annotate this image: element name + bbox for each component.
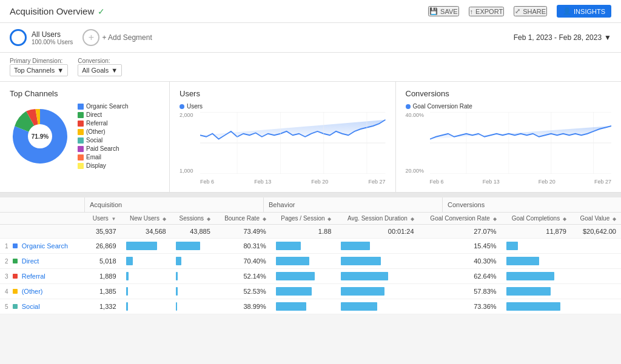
other-new-users: [121, 284, 171, 299]
table-header-row: Users ▼ New Users ◆ Sessions ◆ Bounce Ra…: [0, 213, 621, 225]
primary-dimension-select[interactable]: Top Channels ▼: [10, 64, 68, 76]
channel-col-header[interactable]: [0, 213, 85, 225]
legend-other: (Other): [78, 128, 128, 135]
referral-link[interactable]: Referral: [22, 273, 45, 280]
total-row: 35,937 34,568 43,885 73.49% 1.88 00:01:2…: [0, 225, 621, 239]
other-color: [13, 289, 18, 294]
insights-button[interactable]: 👤 INSIGHTS: [557, 5, 611, 18]
save-icon: 💾: [429, 7, 438, 15]
users-col-header[interactable]: Users ▼: [85, 213, 121, 225]
total-bounce-rate: 73.49%: [215, 225, 271, 239]
export-button[interactable]: ↑ EXPORT: [469, 7, 505, 16]
chevron-down-icon: ▼: [604, 33, 611, 42]
legend-color-display: [78, 163, 84, 169]
legend-color-direct: [78, 112, 84, 118]
save-button[interactable]: 💾 SAVE: [428, 6, 459, 16]
conversion-select[interactable]: All Goals ▼: [78, 64, 122, 76]
share-button[interactable]: ⤢ SHARE: [514, 6, 547, 16]
other-link[interactable]: (Other): [22, 288, 43, 295]
goal-value-col-header[interactable]: Goal Value ◆: [571, 213, 621, 225]
direct-channel: 2 Direct: [0, 254, 85, 269]
users-y-axis: 2,000 1,000: [180, 112, 198, 174]
legend-display: Display: [78, 162, 128, 169]
goal-completions-col-header[interactable]: Goal Completions ◆: [502, 213, 571, 225]
organic-pages-session: [271, 239, 337, 254]
header: Acquisition Overview ✓ 💾 SAVE ↑ EXPORT ⤢…: [0, 0, 621, 23]
direct-sessions-bar: [176, 257, 181, 265]
segment-info: All Users 100.00% Users: [32, 30, 73, 45]
share-icon: ⤢: [515, 7, 520, 15]
total-goal-completions: 11,879: [502, 225, 571, 239]
conversions-legend: Goal Conversion Rate: [406, 103, 612, 110]
social-pages-session: [271, 299, 337, 314]
top-channels-title: Top Channels: [10, 89, 159, 98]
users-legend: Users: [180, 103, 386, 110]
direct-color: [13, 259, 18, 263]
add-segment-circle: +: [82, 29, 99, 46]
users-chart-title: Users: [180, 89, 386, 98]
other-channel: 4 (Other): [0, 284, 85, 299]
pie-container: 71.9% Organic Search Direct Referral (O: [10, 103, 159, 169]
social-channel: 5 Social: [0, 299, 85, 314]
goal-conv-rate-col-header[interactable]: Goal Conversion Rate ◆: [419, 213, 502, 225]
other-avg-session-bar: [341, 287, 384, 296]
social-goal-value: [571, 299, 621, 314]
direct-bounce-rate: 70.40%: [215, 254, 271, 269]
other-pages-bar: [276, 287, 312, 296]
referral-goal-completions-bar: [506, 272, 555, 280]
other-users: 1,385: [85, 284, 121, 299]
referral-new-users: [121, 269, 171, 284]
other-goal-value: [571, 284, 621, 299]
primary-dimension-label: Primary Dimension:: [10, 58, 68, 64]
conversions-line-chart: [430, 112, 612, 174]
new-users-col-header[interactable]: New Users ◆: [121, 213, 171, 225]
social-new-users-bar: [126, 302, 128, 311]
charts-section: Top Channels 71.9% Organic Search: [0, 82, 621, 193]
total-pages-session: 1.88: [271, 225, 337, 239]
legend-email: Email: [78, 154, 128, 160]
all-users-segment[interactable]: All Users 100.00% Users: [10, 29, 73, 46]
direct-link[interactable]: Direct: [22, 257, 39, 265]
pie-legend: Organic Search Direct Referral (Other) S…: [78, 103, 128, 169]
avg-session-col-header[interactable]: Avg. Session Duration ◆: [336, 213, 418, 225]
segment-name: All Users: [32, 30, 73, 39]
direct-users: 5,018: [85, 254, 121, 269]
total-users: 35,937: [85, 225, 121, 239]
organic-goal-value: [571, 239, 621, 254]
segment-sub: 100.00% Users: [32, 39, 73, 45]
direct-pages-session: [271, 254, 337, 269]
conversions-chart-area: 40.00% 20.00%: [406, 112, 612, 185]
conversions-chart-title: Conversions: [406, 89, 612, 98]
users-chart-panel: Users Users 2,000 1,000: [170, 82, 396, 192]
users-line-chart: [200, 112, 386, 174]
direct-avg-session-bar: [341, 257, 381, 265]
social-link[interactable]: Social: [22, 303, 40, 310]
acquisition-group-header: Acquisition: [85, 197, 264, 212]
date-range-picker[interactable]: Feb 1, 2023 - Feb 28, 2023 ▼: [514, 33, 611, 42]
social-bounce-rate: 38.99%: [215, 299, 271, 314]
total-new-users: 34,568: [121, 225, 171, 239]
referral-channel: 3 Referral: [0, 269, 85, 284]
organic-search-link[interactable]: Organic Search: [22, 242, 68, 250]
legend-paid-search: Paid Search: [78, 145, 128, 152]
legend-organic-search: Organic Search: [78, 103, 128, 110]
direct-goal-completions-bar: [506, 257, 540, 265]
social-goal-completions: [502, 299, 571, 314]
table-section: Acquisition Behavior Conversions Users ▼…: [0, 197, 621, 314]
conversions-chart-panel: Conversions Goal Conversion Rate 40.00% …: [396, 82, 622, 192]
referral-pages-session: [271, 269, 337, 284]
sessions-col-header[interactable]: Sessions ◆: [171, 213, 215, 225]
table-row: 5 Social 1,332 38.99% 73.36%: [0, 299, 621, 314]
organic-sessions-bar: [176, 242, 200, 250]
referral-goal-value: [571, 269, 621, 284]
bounce-rate-col-header[interactable]: Bounce Rate ◆: [215, 213, 271, 225]
column-groups: Acquisition Behavior Conversions: [0, 197, 621, 213]
verified-icon: ✓: [98, 7, 105, 16]
organic-pages-bar: [276, 242, 301, 250]
organic-new-users: [121, 239, 171, 254]
primary-dimension-group: Primary Dimension: Top Channels ▼: [10, 58, 68, 76]
pages-session-col-header[interactable]: Pages / Session ◆: [271, 213, 337, 225]
dropdown-icon: ▼: [111, 67, 118, 74]
add-segment-button[interactable]: + + Add Segment: [82, 29, 152, 46]
social-color: [13, 304, 18, 309]
